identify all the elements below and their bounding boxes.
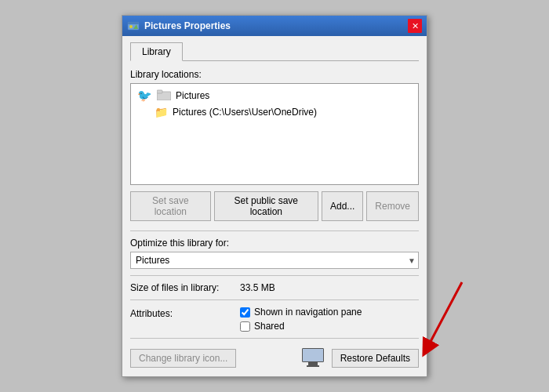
nav-pane-label: Shown in navigation pane (254, 307, 362, 318)
size-row: Size of files in library: 33.5 MB (130, 282, 419, 293)
bottom-row: Change library icon... Restore Defaults (130, 345, 419, 368)
tab-bar: Library (130, 42, 419, 61)
restore-defaults-button[interactable]: Restore Defaults (332, 349, 419, 368)
optimize-dropdown-container: Pictures Documents Music Videos General … (130, 252, 419, 269)
locations-box[interactable]: 🐦 Pictures 📁 Pictures (C:\Users\User\One… (130, 83, 419, 185)
library-icon: 🐦 (137, 89, 152, 103)
optimize-row: Optimize this library for: (130, 238, 419, 249)
locations-label: Library locations: (130, 69, 419, 80)
divider-1 (130, 230, 419, 231)
svg-rect-5 (157, 90, 162, 93)
location-item-main[interactable]: 🐦 Pictures (134, 87, 415, 104)
attributes-label: Attributes: (130, 307, 240, 319)
shared-label: Shared (254, 321, 285, 332)
change-library-icon-button[interactable]: Change library icon... (130, 349, 236, 368)
btn-row-locations: Set save location Set public save locati… (130, 191, 419, 221)
divider-2 (130, 275, 419, 276)
svg-line-7 (427, 282, 462, 349)
location-name-pictures: Pictures (176, 90, 209, 101)
dialog-body: Library Library locations: 🐦 Pictures 📁 … (122, 36, 427, 376)
size-value: 33.5 MB (240, 282, 275, 293)
optimize-dropdown-row: Pictures Documents Music Videos General … (130, 252, 419, 269)
divider-3 (130, 299, 419, 300)
optimize-label: Optimize this library for: (130, 238, 240, 249)
monitor-icon (300, 348, 325, 368)
divider-4 (130, 338, 419, 339)
svg-point-2 (129, 25, 133, 28)
nav-pane-checkbox[interactable] (240, 307, 250, 318)
size-label: Size of files in library: (130, 282, 240, 293)
dialog-icon (127, 20, 140, 32)
monitor-base (307, 365, 319, 367)
shared-checkbox[interactable] (240, 321, 250, 332)
optimize-dropdown[interactable]: Pictures Documents Music Videos General … (130, 252, 419, 269)
tab-library[interactable]: Library (130, 42, 183, 61)
folder-icon-main (157, 89, 171, 103)
bottom-right: Restore Defaults (300, 348, 419, 368)
pictures-properties-dialog: Pictures Properties ✕ Library Library lo… (122, 15, 427, 377)
monitor-screen (302, 348, 324, 362)
close-button[interactable]: ✕ (408, 19, 422, 33)
title-bar-left: Pictures Properties (127, 20, 231, 32)
attributes-section: Attributes: Shown in navigation pane Sha… (130, 307, 419, 332)
remove-button[interactable]: Remove (366, 191, 419, 221)
add-button[interactable]: Add... (322, 191, 363, 221)
set-save-location-button[interactable]: Set save location (130, 191, 211, 221)
nav-pane-row: Shown in navigation pane (240, 307, 362, 318)
location-name-onedrive: Pictures (C:\Users\User\OneDrive) (173, 107, 317, 118)
checkboxes-container: Shown in navigation pane Shared (240, 307, 362, 332)
title-bar: Pictures Properties ✕ (122, 16, 427, 36)
location-item-sub[interactable]: 📁 Pictures (C:\Users\User\OneDrive) (134, 104, 415, 120)
folder-icon-yellow: 📁 (155, 106, 168, 118)
dialog-title: Pictures Properties (144, 20, 231, 31)
shared-row: Shared (240, 321, 362, 332)
set-public-save-location-button[interactable]: Set public save location (214, 191, 318, 221)
svg-rect-1 (128, 22, 139, 24)
